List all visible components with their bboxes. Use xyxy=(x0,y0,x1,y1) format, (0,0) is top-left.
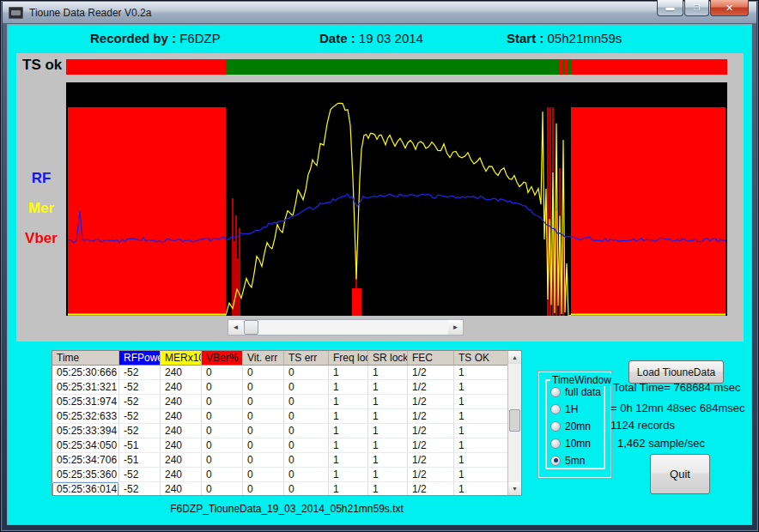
table-cell[interactable]: -51 xyxy=(119,438,161,453)
column-header-rfpower[interactable]: RFPower xyxy=(119,351,161,366)
table-cell[interactable]: 1 xyxy=(329,395,368,409)
table-cell[interactable]: 0 xyxy=(284,395,329,409)
table-cell[interactable]: 1 xyxy=(329,424,368,438)
table-cell[interactable]: 1/2 xyxy=(408,424,454,438)
scroll-left-button[interactable]: ◄ xyxy=(228,320,243,335)
column-header-ts-err[interactable]: TS err xyxy=(284,351,329,366)
table-cell[interactable]: 05:25:35:360 xyxy=(52,468,119,482)
table-cell[interactable]: 1 xyxy=(368,409,408,424)
table-cell[interactable]: 1 xyxy=(368,366,408,380)
column-header-sr-lock[interactable]: SR lock xyxy=(368,351,408,366)
table-cell[interactable]: 1 xyxy=(368,438,408,453)
minimize-button[interactable]: ▬ xyxy=(657,0,683,16)
table-cell[interactable]: 1/2 xyxy=(408,366,454,380)
table-cell[interactable]: 0 xyxy=(202,424,243,438)
column-header-fec[interactable]: FEC xyxy=(408,351,454,366)
table-cell[interactable]: 0 xyxy=(243,468,284,482)
table-cell[interactable]: 1 xyxy=(329,366,368,380)
table-cell[interactable]: 240 xyxy=(161,424,202,438)
table-cell[interactable]: 0 xyxy=(284,453,329,468)
column-header-time[interactable]: Time xyxy=(52,351,119,366)
table-cell[interactable]: 1 xyxy=(329,453,368,468)
quit-button[interactable]: Quit xyxy=(650,454,710,494)
radio-option-10mn[interactable]: 10mn xyxy=(550,437,604,450)
table-cell[interactable]: 1 xyxy=(329,409,368,424)
column-header-ts-ok[interactable]: TS OK xyxy=(454,351,507,366)
table-cell[interactable]: 1 xyxy=(454,453,507,468)
table-cell[interactable]: 0 xyxy=(202,409,243,424)
close-button[interactable]: ✕ xyxy=(710,0,749,16)
table-cell[interactable]: 0 xyxy=(243,453,284,468)
table-cell[interactable]: 1 xyxy=(368,380,408,395)
scrollbar-track[interactable] xyxy=(243,320,448,335)
table-cell[interactable]: 0 xyxy=(284,380,329,395)
table-cell[interactable]: 0 xyxy=(284,468,329,482)
table-cell[interactable]: 240 xyxy=(161,409,202,424)
table-cell[interactable]: -51 xyxy=(119,453,161,468)
column-header-vit-err[interactable]: Vit. err xyxy=(243,351,284,366)
table-cell[interactable]: 0 xyxy=(202,482,243,495)
table-cell[interactable]: 05:25:36:014 xyxy=(52,482,119,495)
table-cell[interactable]: 1 xyxy=(368,468,408,482)
radio-option-20mn[interactable]: 20mn xyxy=(550,420,604,432)
table-cell[interactable]: 1/2 xyxy=(408,395,454,409)
table-cell[interactable]: 0 xyxy=(284,366,329,380)
table-cell[interactable]: 1 xyxy=(454,380,507,395)
table-cell[interactable]: 1 xyxy=(454,482,507,495)
table-cell[interactable]: 240 xyxy=(161,468,202,482)
table-cell[interactable]: 1 xyxy=(454,424,507,438)
title-bar[interactable]: Tioune Data Reader V0.2a xyxy=(3,2,756,24)
table-cell[interactable]: 0 xyxy=(202,395,243,409)
table-cell[interactable]: 240 xyxy=(161,453,202,468)
radio-option-full-data[interactable]: full data xyxy=(550,385,604,398)
table-cell[interactable]: 0 xyxy=(202,366,243,380)
table-cell[interactable]: 05:25:30:666 xyxy=(52,366,119,380)
table-cell[interactable]: 0 xyxy=(202,468,243,482)
scrollbar-thumb[interactable] xyxy=(244,320,258,335)
table-cell[interactable]: 240 xyxy=(161,380,202,395)
table-cell[interactable]: 0 xyxy=(243,395,284,409)
table-cell[interactable]: 0 xyxy=(243,438,284,453)
table-cell[interactable]: 1/2 xyxy=(408,409,454,424)
table-cell[interactable]: 05:25:31:974 xyxy=(52,395,119,409)
scroll-right-button[interactable]: ► xyxy=(448,320,463,335)
table-cell[interactable]: -52 xyxy=(119,482,161,495)
table-cell[interactable]: 1 xyxy=(454,438,507,453)
radio-option-5mn[interactable]: 5mn xyxy=(550,454,604,467)
table-cell[interactable]: 0 xyxy=(284,424,329,438)
table-cell[interactable]: 05:25:34:050 xyxy=(52,438,119,453)
table-cell[interactable]: -52 xyxy=(119,395,161,409)
table-cell[interactable]: 0 xyxy=(284,409,329,424)
table-scroll-down-button[interactable]: ▼ xyxy=(508,482,521,495)
table-cell[interactable]: 1 xyxy=(329,380,368,395)
table-cell[interactable]: 0 xyxy=(202,380,243,395)
table-cell[interactable]: 0 xyxy=(202,438,243,453)
table-cell[interactable]: 1 xyxy=(329,438,368,453)
table-cell[interactable]: 1/2 xyxy=(408,453,454,468)
table-cell[interactable]: 1 xyxy=(368,424,408,438)
radio-option-1h[interactable]: 1H xyxy=(550,402,604,415)
table-cell[interactable]: 1/2 xyxy=(408,380,454,395)
table-cell[interactable]: 240 xyxy=(161,438,202,453)
table-cell[interactable]: -52 xyxy=(119,409,161,424)
table-cell[interactable]: 0 xyxy=(202,453,243,468)
table-cell[interactable]: 0 xyxy=(243,482,284,495)
table-cell[interactable]: -52 xyxy=(119,380,161,395)
table-scroll-up-button[interactable]: ▲ xyxy=(508,351,521,364)
table-cell[interactable]: 0 xyxy=(243,424,284,438)
table-scrollbar-thumb[interactable] xyxy=(509,409,520,432)
table-cell[interactable]: 1 xyxy=(454,468,507,482)
column-header-merx10[interactable]: MERx10 xyxy=(161,351,202,366)
table-cell[interactable]: 0 xyxy=(284,438,329,453)
table-cell[interactable]: 1 xyxy=(368,482,408,495)
column-header-vber-[interactable]: VBer% xyxy=(202,351,243,366)
table-cell[interactable]: 1 xyxy=(329,482,368,495)
chart-horizontal-scrollbar[interactable]: ◄ ► xyxy=(228,319,464,336)
table-cell[interactable]: 240 xyxy=(161,482,202,495)
table-cell[interactable]: 1 xyxy=(368,453,408,468)
table-cell[interactable]: -52 xyxy=(119,366,161,380)
table-cell[interactable]: 05:25:32:633 xyxy=(52,409,119,424)
table-cell[interactable]: 1 xyxy=(368,395,408,409)
table-cell[interactable]: 0 xyxy=(243,409,284,424)
table-cell[interactable]: 1 xyxy=(454,366,507,380)
